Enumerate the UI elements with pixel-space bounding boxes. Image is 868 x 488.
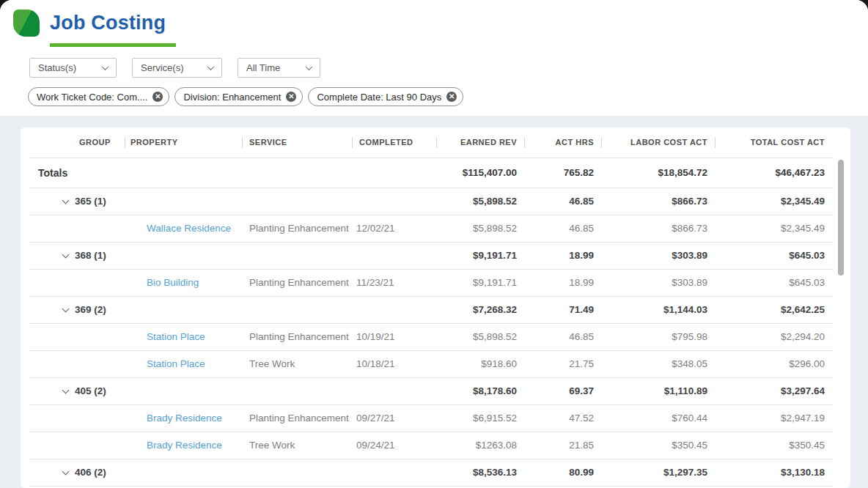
detail-row: Station PlacePlanting Enhancement10/19/2… — [29, 323, 832, 350]
group-total-value: $303.89 — [601, 242, 715, 269]
filter-chip-label: Complete Date: Last 90 Days — [317, 92, 441, 103]
chevron-down-icon[interactable] — [62, 197, 70, 204]
group-total-value: $645.03 — [715, 242, 832, 269]
chevron-down-icon — [306, 63, 313, 70]
group-total-value: $1,144.03 — [601, 296, 715, 323]
group-cell: 405 (2) — [29, 377, 125, 404]
service-cell: Tree Work — [242, 350, 352, 377]
filter-chip-label: Work Ticket Code: Com.... — [37, 92, 147, 103]
column-header-property[interactable]: PROPERTY — [125, 127, 242, 158]
column-header-group[interactable]: GROUP — [29, 127, 125, 158]
totals-label: Totals — [29, 158, 125, 188]
completed-cell: 12/02/21 — [352, 215, 436, 242]
property-link[interactable]: Station Place — [147, 331, 205, 342]
time-range-dropdown[interactable]: All Time — [238, 58, 320, 78]
table-header-row: GROUP PROPERTY SERVICE COMPLETED EARNED … — [29, 127, 832, 158]
group-cell: 369 (2) — [29, 296, 125, 323]
column-header-earned-rev[interactable]: EARNED REV — [436, 127, 524, 158]
detail-value: $6,915.52 — [436, 404, 524, 432]
property-link[interactable]: Brady Residence — [147, 440, 222, 451]
chevron-down-icon[interactable] — [62, 468, 70, 476]
group-total-value: 46.85 — [524, 188, 601, 215]
column-header-act-hrs[interactable]: ACT HRS — [524, 127, 601, 158]
column-header-total-cost-act[interactable]: TOTAL COST ACT — [715, 127, 832, 158]
time-range-dropdown-label: All Time — [246, 62, 280, 73]
group-row: 406 (2)$8,536.1380.99$1,297.35$3,130.18 — [29, 459, 832, 486]
group-label: 369 (2) — [75, 304, 106, 315]
service-cell: Planting Enhancement — [242, 269, 352, 296]
detail-value: $348.05 — [601, 350, 715, 377]
service-cell: Planting Enhancement — [242, 404, 352, 432]
property-link[interactable]: Station Place — [147, 358, 205, 369]
chevron-down-icon — [207, 63, 215, 70]
group-row: 365 (1)$5,898.5246.85$866.73$2,345.49 — [29, 188, 832, 215]
property-link[interactable]: Bio Building — [147, 277, 199, 288]
completed-cell: 10/18/21 — [352, 350, 436, 377]
group-row: 369 (2)$7,268.3271.49$1,144.03$2,642.25 — [29, 296, 832, 323]
filter-chip-complete-date: Complete Date: Last 90 Days ✕ — [308, 87, 463, 106]
chevron-down-icon[interactable] — [62, 306, 70, 313]
completed-cell: 11/23/21 — [352, 269, 436, 296]
detail-value: $296.00 — [715, 350, 832, 377]
service-dropdown[interactable]: Service(s) — [132, 58, 222, 78]
group-total-value: $8,536.13 — [436, 459, 524, 486]
group-total-value: 71.49 — [524, 296, 601, 323]
service-cell: Tree Work — [242, 432, 352, 459]
property-cell: Station Place — [125, 323, 242, 350]
status-dropdown[interactable]: Status(s) — [29, 58, 117, 78]
content-area: GROUP PROPERTY SERVICE COMPLETED EARNED … — [0, 116, 868, 488]
chevron-down-icon[interactable] — [62, 251, 70, 259]
property-cell: Brady Residence — [125, 404, 242, 432]
filter-chip-row: Work Ticket Code: Com.... ✕ Division: En… — [28, 87, 868, 106]
vertical-scrollbar-thumb[interactable] — [838, 160, 844, 276]
completed-cell: 10/19/21 — [352, 323, 436, 350]
detail-value: 46.85 — [524, 215, 601, 242]
property-link[interactable]: Wallace Residence — [147, 223, 231, 234]
remove-filter-icon[interactable]: ✕ — [446, 92, 457, 102]
totals-row: Totals $115,407.00 765.82 $18,854.72 $46… — [29, 158, 832, 188]
totals-act-hrs: 765.82 — [524, 158, 601, 188]
detail-value: 21.85 — [524, 432, 601, 459]
chevron-down-icon[interactable] — [62, 387, 70, 394]
filter-chip-work-ticket-code: Work Ticket Code: Com.... ✕ — [28, 87, 169, 106]
title-underline — [50, 43, 176, 47]
column-header-labor-cost-act[interactable]: LABOR COST ACT — [601, 127, 715, 158]
group-total-value: $3,297.64 — [715, 377, 832, 404]
group-cell: 365 (1) — [29, 188, 125, 215]
detail-row: Station PlaceTree Work10/18/21$918.6021.… — [29, 350, 832, 377]
detail-value: $5,898.52 — [436, 323, 524, 350]
column-header-service[interactable]: SERVICE — [242, 127, 352, 158]
leaf-logo-icon — [13, 10, 40, 37]
detail-value: $5,898.52 — [436, 215, 524, 242]
status-dropdown-label: Status(s) — [38, 62, 76, 73]
filter-chip-label: Division: Enhancement — [183, 92, 281, 103]
group-label: 365 (1) — [75, 196, 106, 207]
remove-filter-icon[interactable]: ✕ — [152, 92, 163, 102]
group-label: 368 (1) — [75, 250, 106, 261]
group-total-value: $1,110.89 — [601, 377, 715, 404]
column-header-completed[interactable]: COMPLETED — [352, 127, 436, 158]
detail-row: Brady ResidenceTree Work09/24/21$1263.08… — [29, 432, 832, 459]
group-label: 406 (2) — [75, 467, 106, 478]
detail-value: $645.03 — [715, 269, 832, 296]
detail-value: 46.85 — [524, 323, 601, 350]
group-total-value: $2,642.25 — [715, 296, 832, 323]
detail-value: $2,294.20 — [715, 323, 832, 350]
group-cell: 368 (1) — [29, 242, 125, 269]
job-costing-table-card: GROUP PROPERTY SERVICE COMPLETED EARNED … — [21, 127, 850, 488]
group-cell: 406 (2) — [29, 459, 125, 486]
group-total-value: $866.73 — [601, 188, 715, 215]
detail-value: $918.60 — [436, 350, 524, 377]
remove-filter-icon[interactable]: ✕ — [286, 92, 296, 102]
property-cell: Bio Building — [125, 269, 242, 296]
property-cell: Station Place — [125, 350, 242, 377]
property-link[interactable]: Brady Residence — [147, 413, 222, 424]
group-total-value: $8,178.60 — [436, 377, 524, 404]
detail-value: $303.89 — [601, 269, 715, 296]
brand-row: Job Costing — [0, 0, 868, 37]
detail-value: $760.44 — [601, 404, 715, 432]
group-total-value: $2,345.49 — [715, 188, 832, 215]
completed-cell: 09/24/21 — [352, 432, 436, 459]
group-total-value: 80.99 — [524, 459, 601, 486]
totals-total-cost-act: $46,467.23 — [715, 158, 832, 188]
